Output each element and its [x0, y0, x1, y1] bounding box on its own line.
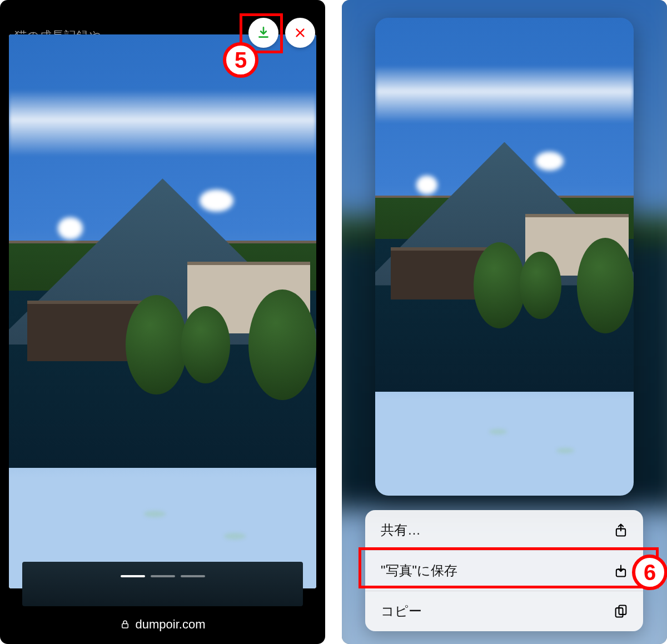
- step-marker-5: 5: [223, 42, 258, 78]
- preview-photo: [375, 18, 634, 496]
- story-pager[interactable]: [121, 575, 205, 577]
- pager-dot: [181, 575, 205, 577]
- step-marker-6: 6: [632, 555, 667, 590]
- menu-item-share[interactable]: 共有…: [365, 510, 643, 551]
- next-story-thumbnail: [22, 562, 303, 606]
- story-photo: [9, 34, 316, 588]
- url-text: dumpoir.com: [136, 617, 206, 632]
- pager-dot: [151, 575, 175, 577]
- step-marker-5-label: 5: [235, 48, 247, 73]
- copy-icon: [613, 603, 629, 619]
- close-button[interactable]: [285, 18, 315, 48]
- menu-item-label: 共有…: [381, 521, 421, 539]
- close-icon: [294, 27, 306, 39]
- left-screenshot: 猫の成長記録や 5: [0, 0, 325, 644]
- menu-item-copy[interactable]: コピー: [365, 591, 643, 631]
- lock-icon: [120, 620, 130, 630]
- image-viewer: [9, 34, 316, 588]
- menu-item-label: コピー: [381, 602, 422, 620]
- svg-rect-0: [122, 624, 128, 628]
- step-marker-6-label: 6: [644, 560, 656, 585]
- right-screenshot: 共有… "写真"に保存 コピー 6: [342, 0, 667, 644]
- share-icon: [613, 522, 629, 538]
- image-preview[interactable]: [375, 18, 634, 496]
- browser-url-bar[interactable]: dumpoir.com: [120, 617, 206, 632]
- highlight-box-6: [359, 547, 659, 588]
- pager-dot: [121, 575, 145, 577]
